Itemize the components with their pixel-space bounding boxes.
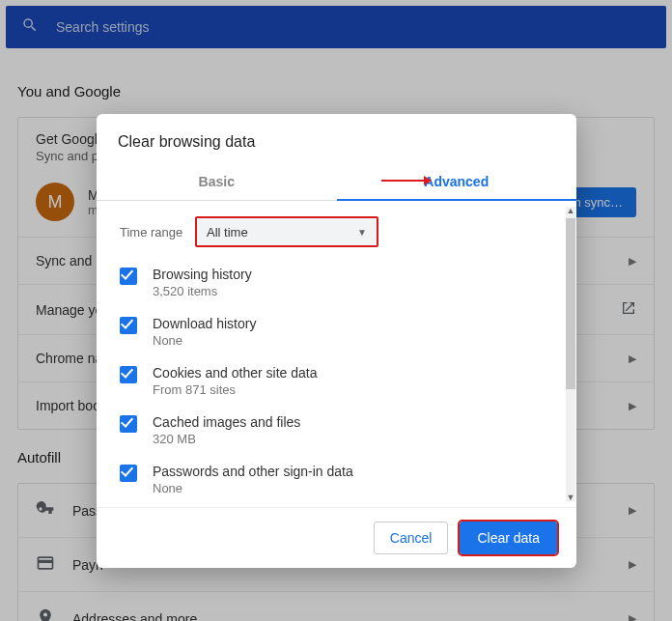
clear-browsing-data-dialog: Clear browsing data Basic Advanced Time … [97, 114, 576, 568]
option-cookies[interactable]: Cookies and other site data From 871 sit… [120, 365, 542, 397]
dialog-tabs: Basic Advanced [97, 164, 576, 201]
tab-basic[interactable]: Basic [97, 164, 337, 201]
checkbox-download-history[interactable] [120, 317, 137, 334]
time-range-label: Time range [120, 225, 195, 240]
checkbox-browsing-history[interactable] [120, 268, 137, 285]
scroll-up-icon[interactable]: ▲ [566, 205, 575, 216]
clear-data-button[interactable]: Clear data [460, 522, 557, 554]
cancel-button[interactable]: Cancel [374, 522, 449, 554]
chevron-down-icon: ▼ [357, 227, 367, 238]
dialog-title: Clear browsing data [97, 114, 576, 164]
scroll-down-icon[interactable]: ▼ [566, 492, 575, 503]
time-range-select[interactable]: All time ▼ [195, 216, 378, 247]
dialog-buttons: Cancel Clear data [97, 507, 576, 568]
checkbox-cookies[interactable] [120, 366, 137, 383]
checkbox-passwords[interactable] [120, 465, 137, 482]
option-cached[interactable]: Cached images and files 320 MB [120, 414, 542, 446]
option-download-history[interactable]: Download history None [120, 316, 542, 348]
checkbox-cached[interactable] [120, 415, 137, 433]
option-browsing-history[interactable]: Browsing history 3,520 items [120, 267, 542, 298]
tab-advanced[interactable]: Advanced [337, 164, 577, 201]
annotation-arrow [381, 176, 432, 185]
dialog-scroll-area: Time range All time ▼ Browsing history 3… [97, 201, 576, 507]
scrollbar[interactable]: ▲ ▼ [566, 207, 575, 501]
option-passwords[interactable]: Passwords and other sign-in data None [120, 464, 542, 495]
scrollbar-thumb[interactable] [566, 218, 575, 389]
